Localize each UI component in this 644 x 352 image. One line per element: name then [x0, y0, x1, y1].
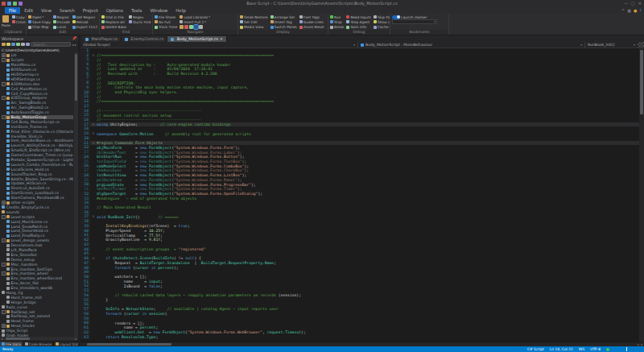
ribbon-tab-edit[interactable]: Edit — [20, 7, 37, 14]
switch-panes-button[interactable]: Switch Panes — [270, 25, 297, 30]
editor-tab-mainplayer-cs[interactable]: MainPlayer.cs — [82, 36, 122, 42]
track-time-button[interactable]: Track Time — [155, 25, 177, 30]
ribbon-tab-view[interactable]: View — [37, 7, 56, 14]
ribbon-tab-help[interactable]: Help — [171, 7, 190, 14]
collapse-icon[interactable]: - — [2, 96, 6, 100]
run-icon[interactable] — [13, 2, 17, 6]
package-icon[interactable] — [19, 2, 23, 6]
collapse-ribbon-icon[interactable]: ^ — [621, 8, 625, 13]
tree-item[interactable]: GameCountdown_Timer.cs (Loop.cs) — [2, 153, 73, 158]
expand-icon[interactable]: + — [2, 201, 6, 205]
search-input[interactable] — [31, 42, 71, 47]
app-icon[interactable] — [2, 2, 6, 6]
ribbon-tab-tools[interactable]: Tools — [127, 7, 147, 14]
local-button[interactable]: Local — [53, 25, 70, 30]
new-file-icon[interactable] — [2, 43, 6, 47]
collapse-icon[interactable]: - — [2, 58, 6, 62]
tree-vertical-scrollbar[interactable] — [74, 52, 78, 337]
collapse-icon[interactable]: - — [2, 271, 6, 275]
paste-button[interactable]: Paste — [2, 14, 10, 30]
fold-toggle-icon[interactable]: ⊟ — [90, 214, 97, 219]
tree-item[interactable]: StartCamera_ParallaxedB.cs — [2, 196, 73, 201]
tree-item[interactable]: SmallLift_EndScript.cs (Wire.cs) — [2, 148, 73, 153]
notifications-icon[interactable]: ● — [634, 8, 637, 13]
cache-results-button[interactable]: Cache Results — [374, 25, 390, 30]
doc-icon[interactable] — [7, 2, 11, 6]
filter-icon[interactable] — [26, 43, 30, 47]
collapse-icon[interactable]: - — [2, 263, 6, 267]
break-button[interactable]: Break — [330, 25, 344, 30]
delete-base-button[interactable]: Delete Base — [101, 25, 126, 30]
tree-item[interactable]: AddOn_Blades_SaveString.cs - MiniMap.cs — [2, 176, 73, 181]
tree-item[interactable]: Final_Killer_Obstacle.cs (Obstacle wall) — [2, 129, 73, 134]
fold-toggle-icon[interactable]: ⊟ — [90, 141, 97, 146]
help-icon[interactable]: ? — [639, 8, 642, 13]
sidebar-tab-code-browse[interactable]: Code Browse — [23, 342, 54, 346]
editor-horizontal-scrollbar[interactable]: ◂ ▸ — [80, 342, 644, 346]
expand-icon[interactable]: + — [2, 53, 6, 57]
tree-item[interactable]: Launch_AbilityCheck.cs - AbilityList.cs — [2, 143, 73, 148]
refresh-icon[interactable] — [16, 43, 20, 47]
scope-dropdown[interactable]: (Global Scope) ▾ — [80, 42, 358, 48]
tree-item[interactable]: Item_HandlerBase.cs - HoldInventory.cs — [2, 139, 73, 143]
folder-icon — [6, 201, 10, 205]
type-dropdown[interactable]: Body_MotionScript : MonoBehaviour ▾ — [358, 42, 585, 48]
quick-find-button[interactable]: Quick Find — [129, 19, 151, 24]
collapse-icon[interactable]: - — [2, 82, 6, 86]
export-1512-button[interactable]: Export 1512 — [72, 25, 97, 30]
code-view[interactable]: 12⊟//===================================… — [80, 48, 639, 342]
save-icon[interactable] — [11, 43, 15, 47]
ribbon-tab-file[interactable]: File — [5, 7, 20, 14]
chevron-down-icon: ▾ — [631, 43, 635, 47]
strip-item-icon[interactable] — [180, 25, 184, 29]
collapse-icon[interactable]: - — [2, 310, 6, 314]
collapse-icon[interactable]: - — [2, 215, 6, 219]
strip-item-icon[interactable] — [194, 25, 198, 29]
pin-icon[interactable]: 📌 — [72, 36, 76, 40]
media-view-button[interactable]: Media View — [240, 25, 268, 30]
tree-item[interactable]: Launch_Combo_Overdrive.cs - RunsPerSec.c… — [2, 162, 73, 167]
strip-item-icon[interactable] — [189, 25, 193, 29]
ribbon-tab-search[interactable]: Search — [56, 7, 79, 14]
close-button[interactable]: ✕ — [638, 0, 642, 7]
maximize-button[interactable]: ▢ — [631, 0, 635, 7]
build-ok-icon — [606, 348, 609, 351]
strip-item-icon[interactable] — [184, 25, 188, 29]
collapse-icon[interactable]: - — [2, 238, 6, 242]
layout-grid-icon[interactable]: ▦ — [627, 8, 631, 13]
ribbon-tab-window[interactable]: Window — [146, 7, 171, 14]
open-folder-icon[interactable] — [6, 43, 10, 47]
split-view-button[interactable] — [638, 42, 644, 48]
fold-toggle-icon[interactable]: ⊟ — [90, 122, 97, 127]
editor-tab-body-motionscript-cs[interactable]: Body_MotionScript.cs✕ — [167, 36, 227, 42]
member-dropdown[interactable]: RunBook_Init() ▾ — [585, 42, 638, 48]
status-bar: Ready C# ScriptLn 14, Col 22INSUTF-8 — [0, 346, 644, 352]
toggle-switch[interactable] — [392, 15, 400, 19]
bookmark-dropdown[interactable]: ▾ — [392, 19, 437, 24]
media-view-icon — [240, 26, 243, 29]
ribbon-tab-project[interactable]: Project — [79, 7, 102, 14]
collapse-all-icon[interactable] — [21, 43, 25, 47]
fold-toggle-icon[interactable]: ⊟ — [90, 256, 97, 261]
minimize-button[interactable]: — — [624, 0, 628, 7]
char-map-button[interactable]: Char Map — [28, 25, 51, 30]
sidebar-tab-file-data[interactable]: File Data — [0, 342, 23, 346]
close-icon[interactable]: ✕ — [220, 37, 223, 41]
nav-back-icon[interactable]: ◂ — [72, 43, 73, 47]
nav-forward-icon[interactable]: ▸ — [75, 43, 76, 47]
editor-tab-enemycontrol-cs[interactable]: EnemyControl.cs — [122, 36, 167, 42]
fold-toggle-icon[interactable]: ⊟ — [90, 53, 97, 58]
expand-icon[interactable]: + — [2, 324, 6, 328]
editor-vertical-scrollbar[interactable] — [639, 48, 644, 342]
ribbon-tab-options[interactable]: Options — [102, 7, 127, 14]
goto-info-button[interactable]: Goto Info — [346, 25, 371, 30]
tree-item[interactable]: Grab_hooks — [2, 333, 73, 337]
fold-toggle-icon[interactable]: ⊟ — [90, 131, 97, 136]
collapse-icon[interactable]: - — [2, 115, 6, 119]
tree-item[interactable]: Prefabs_SpawnerScript.cs - LightMover.cs — [2, 158, 73, 163]
scroll-right-icon[interactable]: ▸ — [640, 343, 644, 346]
strip-item-icon[interactable] — [199, 25, 203, 29]
close-button[interactable]: Close — [12, 19, 26, 24]
zoom-reset-button[interactable]: Zoom Reset — [299, 25, 324, 30]
asset-file-icon — [6, 296, 10, 299]
